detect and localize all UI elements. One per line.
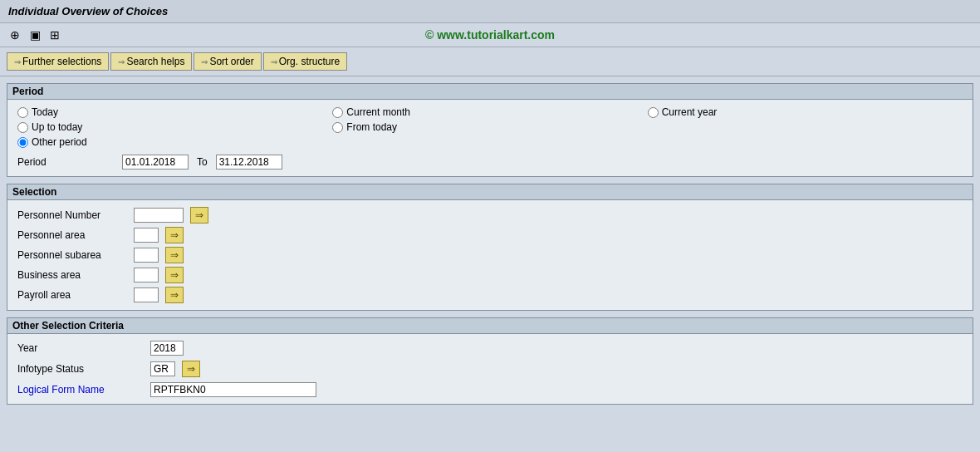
input-logical-form[interactable] [150,382,316,397]
period-option-today: Today [17,106,332,118]
label-current-month: Current month [346,106,410,118]
radio-current-year[interactable] [648,107,659,118]
input-infotype-status[interactable] [150,361,175,376]
arrow-btn-payroll-area[interactable] [165,287,184,303]
selection-grid: Personnel Number Personnel area Personne… [17,207,963,303]
period-options: Today Current month Current year Up to t… [17,106,963,148]
input-year[interactable] [150,341,184,356]
selection-row-business-area: Business area [17,267,963,283]
label-payroll-area: Payroll area [17,289,134,301]
arrow-btn-business-area[interactable] [165,267,184,283]
watermark: © www.tutorialkart.com [425,28,555,42]
period-option-current-year: Current year [648,106,963,118]
period-label: Period [17,156,117,168]
label-personnel-subarea: Personnel subarea [17,249,134,261]
label-infotype-status: Infotype Status [17,363,150,375]
label-logical-form: Logical Form Name [17,384,150,396]
nav-tabs: ⇒ Further selections ⇒ Search helps ⇒ So… [0,47,980,76]
label-from-today: From today [346,121,397,133]
period-section-title: Period [7,84,973,100]
radio-current-month[interactable] [332,107,343,118]
label-year: Year [17,342,150,354]
label-business-area: Business area [17,269,134,281]
tab-sort-order-arrow: ⇒ [201,57,208,66]
other-selection-body: Year Infotype Status Logical Form Name [7,334,973,404]
label-today: Today [32,106,58,118]
arrow-btn-infotype-status[interactable] [182,361,200,377]
input-business-area[interactable] [134,268,159,282]
tab-sort-order[interactable]: ⇒ Sort order [194,52,261,71]
tab-search-helps-arrow: ⇒ [118,57,125,66]
label-personnel-area: Personnel area [17,229,134,241]
period-section: Period Today Current month Current year … [7,83,973,177]
tab-further-selections[interactable]: ⇒ Further selections [7,52,109,71]
toolbar-icon-3[interactable]: ⊞ [47,27,63,43]
radio-up-to-today[interactable] [17,122,28,133]
selection-row-personnel-subarea: Personnel subarea [17,247,963,263]
input-personnel-number[interactable] [134,208,184,223]
arrow-btn-personnel-subarea[interactable] [165,247,184,263]
tab-search-helps-label: Search helps [126,56,184,67]
other-selection-title: Other Selection Criteria [7,318,973,334]
tab-further-selections-arrow: ⇒ [14,57,21,66]
other-selection-grid: Year Infotype Status Logical Form Name [17,341,963,397]
period-section-body: Today Current month Current year Up to t… [7,100,973,176]
toolbar: ⊕ ▣ ⊞ © www.tutorialkart.com [0,23,980,47]
period-option-up-to-today: Up to today [17,121,332,133]
label-personnel-number: Personnel Number [17,209,134,221]
period-range-row: Period To [17,155,963,170]
input-payroll-area[interactable] [134,287,159,302]
period-option-current-month: Current month [332,106,647,118]
other-row-year: Year [17,341,963,356]
arrow-btn-personnel-area[interactable] [165,227,184,243]
title-bar: Individual Overview of Choices [0,0,980,23]
other-row-logical-form: Logical Form Name [17,382,963,397]
tab-sort-order-label: Sort order [209,56,253,67]
period-to-input[interactable] [216,155,282,170]
other-selection-section: Other Selection Criteria Year Infotype S… [7,317,973,405]
other-row-infotype-status: Infotype Status [17,361,963,377]
selection-section-title: Selection [7,184,973,200]
tab-further-selections-label: Further selections [22,56,101,67]
radio-other-period[interactable] [17,137,28,148]
input-personnel-area[interactable] [134,228,159,243]
period-option-from-today: From today [332,121,647,133]
arrow-btn-personnel-number[interactable] [190,207,208,224]
selection-section-body: Personnel Number Personnel area Personne… [7,200,973,310]
tab-org-structure-label: Org. structure [279,56,340,67]
to-label: To [197,156,208,168]
main-content: Period Today Current month Current year … [0,76,980,418]
period-from-input[interactable] [122,155,189,170]
page-title: Individual Overview of Choices [8,5,168,17]
radio-today[interactable] [17,107,28,118]
label-up-to-today: Up to today [32,121,82,133]
toolbar-icon-1[interactable]: ⊕ [7,27,23,43]
selection-row-payroll-area: Payroll area [17,287,963,303]
input-personnel-subarea[interactable] [134,248,159,263]
selection-row-personnel-area: Personnel area [17,227,963,243]
selection-row-personnel-number: Personnel Number [17,207,963,224]
label-other-period: Other period [32,136,87,148]
period-option-other: Other period [17,136,332,148]
tab-org-structure[interactable]: ⇒ Org. structure [263,52,347,71]
toolbar-icon-2[interactable]: ▣ [27,27,43,43]
tab-search-helps[interactable]: ⇒ Search helps [110,52,192,71]
radio-from-today[interactable] [332,122,343,133]
label-current-year: Current year [662,106,718,118]
tab-org-structure-arrow: ⇒ [271,57,277,66]
selection-section: Selection Personnel Number Personnel are… [7,184,973,311]
